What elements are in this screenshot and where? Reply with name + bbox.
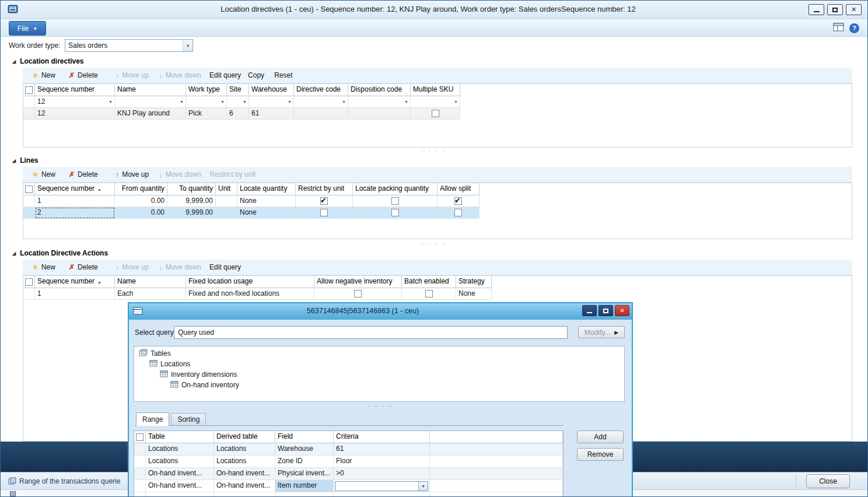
copy-button[interactable]: Copy [248,71,264,79]
restrict-by-unit-button[interactable]: Restrict by unit [209,170,256,178]
remove-button[interactable]: Remove [577,448,624,461]
dropdown-icon[interactable]: ▼ [342,97,346,106]
close-form-button[interactable]: Close [806,474,850,488]
delete-button[interactable]: ✗Delete [69,170,98,178]
tab-range[interactable]: Range [136,412,169,426]
tab-sorting[interactable]: Sorting [171,413,206,425]
column-header[interactable]: Strategy [456,276,492,288]
column-header[interactable]: Criteria [334,431,430,443]
new-button[interactable]: ✳New [32,263,55,272]
tree-item-tables[interactable]: Tables [134,348,624,359]
file-menu-button[interactable]: File ▼ [9,21,46,36]
section-header-actions[interactable]: ◢ Location Directive Actions [12,248,108,258]
column-header[interactable]: Batch enabled [402,276,456,288]
restrict-by-unit-checkbox[interactable] [320,197,328,205]
work-order-type-select[interactable]: Sales orders ▼ [65,39,193,52]
new-button[interactable]: ✳New [32,71,55,80]
splitter-handle[interactable] [1,242,867,246]
add-button[interactable]: Add [577,430,624,443]
column-header[interactable]: Sequence number▲ [35,183,115,195]
reset-button[interactable]: Reset [274,71,292,79]
criteria-combobox[interactable]: ▼ [335,481,428,491]
filter-cell-sequence[interactable]: 12▼ [35,96,115,108]
tree-item-locations[interactable]: Locations [134,359,624,369]
splitter-handle[interactable] [129,404,632,409]
locate-packing-quantity-checkbox[interactable] [391,197,399,205]
locate-packing-quantity-checkbox[interactable] [391,209,399,216]
column-header[interactable]: Unit [216,183,237,195]
column-header[interactable]: Table [146,431,214,443]
move-down-button[interactable]: ↓Move down [159,170,201,179]
minimize-button[interactable] [808,4,824,15]
select-all-checkbox[interactable] [25,86,33,94]
select-all-checkbox[interactable] [25,278,33,286]
filter-cell[interactable]: ▼ [294,96,348,108]
table-row-selected[interactable]: 2 0.00 9,999.00 None [23,207,480,219]
edit-query-button[interactable]: Edit query [209,263,241,271]
table-row[interactable]: Locations Locations Zone ID Floor [134,456,563,468]
minimize-button[interactable] [582,305,597,316]
move-down-button[interactable]: ↓Move down [159,71,201,80]
select-all-cell[interactable] [23,84,35,96]
table-row[interactable]: 1 Each Fixed and non-fixed locations Non… [23,288,492,300]
select-all-checkbox[interactable] [25,186,33,193]
tree-item-inventory-dimensions[interactable]: Inventory dimensions [134,369,624,380]
table-row[interactable]: On-hand invent... On-hand invent... Phys… [134,468,563,480]
allow-negative-inventory-checkbox[interactable] [354,290,362,298]
batch-enabled-checkbox[interactable] [425,290,433,298]
filter-cell[interactable]: ▼ [249,96,294,108]
splitter-handle[interactable] [1,149,867,153]
filter-cell[interactable]: ▼ [348,96,411,108]
column-header[interactable]: Work type [186,84,227,96]
dropdown-icon[interactable]: ▼ [288,97,292,106]
column-header[interactable]: Name [115,84,186,96]
column-header[interactable]: Restrict by unit [296,183,353,195]
select-all-checkbox[interactable] [136,433,144,441]
column-header[interactable]: Site [227,84,249,96]
dropdown-icon[interactable]: ▼ [108,97,113,106]
section-header-location-directives[interactable]: ◢ Location directives [12,56,84,66]
select-query-input[interactable]: Query used [174,326,568,339]
table-row[interactable]: Locations Locations Warehouse 61 [134,443,563,456]
column-header[interactable]: Sequence number [35,84,115,96]
table-row-active[interactable]: On-hand invent... On-hand invent... Item… [134,480,563,492]
column-header[interactable]: Warehouse [249,84,294,96]
window-layout-icon[interactable] [833,23,844,33]
column-header[interactable]: Derived table [214,431,275,443]
column-header[interactable]: Name [115,276,186,288]
dropdown-icon[interactable]: ▼ [220,97,225,106]
column-header[interactable]: Disposition code [348,84,411,96]
filter-cell[interactable]: ▼ [186,96,227,108]
move-up-button[interactable]: ↑Move up [116,263,149,272]
move-down-button[interactable]: ↓Move down [159,263,201,272]
multiple-sku-checkbox[interactable] [432,110,439,117]
column-header[interactable]: Multiple SKU [411,84,460,96]
dropdown-icon[interactable]: ▼ [454,97,458,106]
filter-cell[interactable]: ▼ [411,96,460,108]
table-row[interactable]: 12 KNJ Play around Pick 6 61 [23,108,460,120]
column-header[interactable]: Locate quantity [237,183,296,195]
delete-button[interactable]: ✗Delete [69,263,98,271]
column-header[interactable]: Field [275,431,334,443]
dropdown-icon[interactable]: ▼ [183,40,192,51]
new-button[interactable]: ✳New [32,170,55,179]
select-all-cell[interactable] [134,431,146,443]
select-all-cell[interactable] [23,183,35,195]
close-button[interactable]: ✕ [615,305,629,316]
move-up-button[interactable]: ↑Move up [116,71,149,80]
dropdown-icon[interactable]: ▼ [418,482,428,491]
tree-item-on-hand-inventory[interactable]: On-hand inventory [134,380,624,390]
column-header[interactable]: From quantity [115,183,167,195]
maximize-button[interactable] [827,4,843,15]
column-header[interactable]: Directive code [294,84,348,96]
close-button[interactable]: ✕ [846,4,862,15]
dropdown-icon[interactable]: ▼ [180,97,184,106]
allow-split-checkbox[interactable] [454,197,462,205]
modify-button[interactable]: Modify... ▶ [578,326,625,338]
table-row[interactable]: 1 0.00 9,999.00 None [23,195,480,207]
filter-cell[interactable]: ▼ [227,96,249,108]
column-header[interactable]: Locate packing quantity [353,183,438,195]
column-header[interactable]: To quantity [167,183,216,195]
filter-cell[interactable]: ▼ [115,96,186,108]
column-header[interactable]: Allow negative inventory [314,276,402,288]
